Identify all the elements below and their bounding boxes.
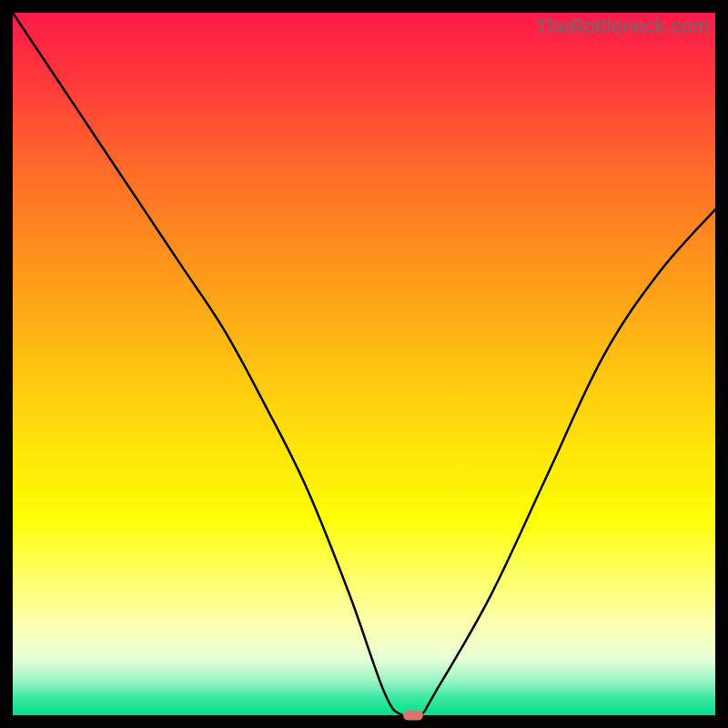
chart-frame: TheBottleneck.com <box>13 13 715 715</box>
watermark-text: TheBottleneck.com <box>535 15 710 38</box>
bottleneck-curve <box>13 13 715 715</box>
optimum-marker <box>403 711 423 721</box>
